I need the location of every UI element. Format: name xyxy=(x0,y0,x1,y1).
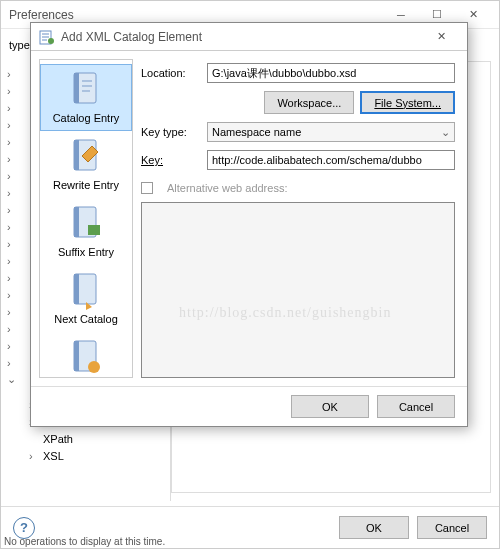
status-text: No operations to display at this time. xyxy=(0,534,169,549)
filter-label: type xyxy=(9,39,30,51)
sidebar-item-rewrite-entry[interactable]: Rewrite Entry xyxy=(40,131,132,198)
prefs-title: Preferences xyxy=(9,8,383,22)
prefs-ok-button[interactable]: OK xyxy=(339,516,409,539)
svg-point-1 xyxy=(48,38,54,44)
svg-rect-5 xyxy=(74,140,79,170)
svg-rect-3 xyxy=(74,73,79,103)
add-catalog-dialog: Add XML Catalog Element ✕ Catalog Entry … xyxy=(30,22,468,427)
catalog-entry-icon xyxy=(70,71,102,109)
location-label: Location: xyxy=(141,67,199,79)
sidebar-item-delegate-catalog[interactable]: Delegate Catalog xyxy=(40,332,132,378)
prefs-cancel-button[interactable]: Cancel xyxy=(417,516,487,539)
alt-address-checkbox[interactable] xyxy=(141,182,153,194)
chevron-down-icon: ⌄ xyxy=(441,126,450,139)
catalog-type-list[interactable]: Catalog Entry Rewrite Entry Suffix Entry… xyxy=(39,59,133,378)
delegate-catalog-icon xyxy=(70,339,102,377)
location-input[interactable] xyxy=(207,63,455,83)
svg-rect-12 xyxy=(74,341,79,371)
keytype-select[interactable]: Namespace name ⌄ xyxy=(207,122,455,142)
sidebar-item-suffix-entry[interactable]: Suffix Entry xyxy=(40,198,132,265)
dialog-cancel-button[interactable]: Cancel xyxy=(377,395,455,418)
workspace-button[interactable]: Workspace... xyxy=(264,91,354,114)
suffix-entry-icon xyxy=(70,205,102,243)
dialog-close-button[interactable]: ✕ xyxy=(423,23,459,51)
svg-rect-7 xyxy=(74,207,79,237)
sidebar-item-catalog-entry[interactable]: Catalog Entry xyxy=(40,64,132,131)
dialog-ok-button[interactable]: OK xyxy=(291,395,369,418)
alt-address-label: Alternative web address: xyxy=(167,182,287,194)
next-catalog-icon xyxy=(70,272,102,310)
dialog-title: Add XML Catalog Element xyxy=(61,30,423,44)
key-input[interactable] xyxy=(207,150,455,170)
tree-item[interactable]: XPath xyxy=(3,430,168,447)
filesystem-button[interactable]: File System... xyxy=(360,91,455,114)
alt-address-input xyxy=(141,202,455,378)
dialog-icon xyxy=(39,29,55,45)
sidebar-item-next-catalog[interactable]: Next Catalog xyxy=(40,265,132,332)
tree-item[interactable]: ›XSL xyxy=(3,447,168,464)
svg-rect-10 xyxy=(74,274,79,304)
svg-rect-8 xyxy=(88,225,100,235)
key-label: Key: xyxy=(141,154,199,166)
keytype-label: Key type: xyxy=(141,126,199,138)
svg-point-13 xyxy=(88,361,100,373)
rewrite-entry-icon xyxy=(70,138,102,176)
